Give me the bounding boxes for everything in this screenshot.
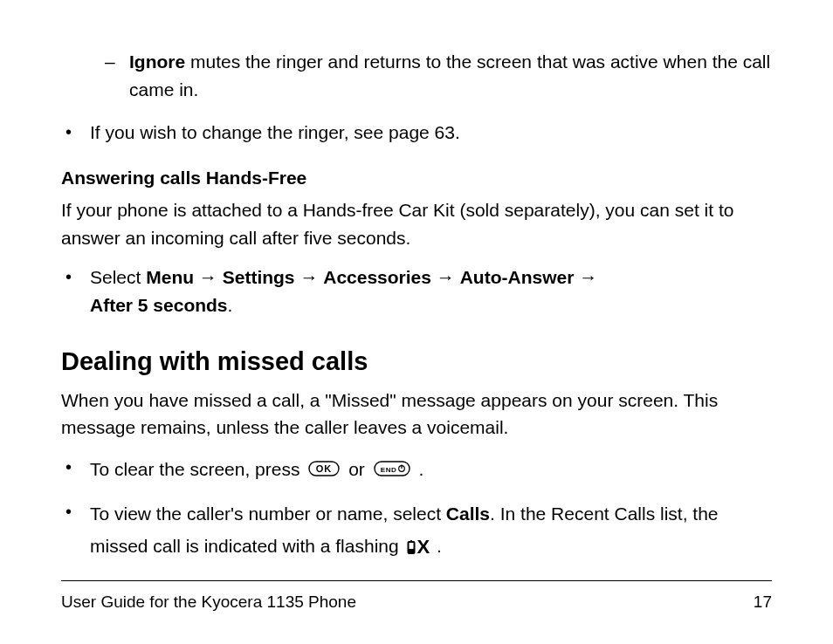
ignore-label: Ignore	[129, 51, 185, 72]
view-prefix: To view the caller's number or name, sel…	[90, 504, 446, 524]
clear-screen-text: To clear the screen, press OK or END .	[90, 454, 772, 487]
bullet-marker: •	[65, 119, 90, 147]
path-prefix: Select	[90, 267, 146, 287]
ok-key-icon: OK	[308, 455, 340, 487]
arrow: →	[431, 267, 460, 287]
clear-prefix: To clear the screen, press	[90, 459, 305, 479]
path-accessories: Accessories	[323, 267, 431, 287]
view-caller-text: To view the caller's number or name, sel…	[90, 498, 772, 564]
end-key-icon: END	[374, 455, 410, 487]
period: .	[418, 459, 423, 479]
missed-call-icon: X	[406, 531, 430, 565]
path-menu: Menu	[146, 267, 194, 287]
dash-marker: –	[105, 48, 129, 103]
svg-text:OK: OK	[316, 463, 333, 474]
handsfree-paragraph: If your phone is attached to a Hands-fre…	[61, 196, 772, 251]
ignore-rest: mutes the ringer and returns to the scre…	[129, 51, 770, 99]
period: .	[437, 536, 442, 556]
missed-calls-heading: Dealing with missed calls	[61, 343, 772, 381]
missed-calls-paragraph: When you have missed a call, a "Missed" …	[61, 387, 772, 442]
path-settings: Settings	[223, 267, 295, 287]
footer-divider	[61, 580, 772, 581]
ignore-text: Ignore mutes the ringer and returns to t…	[129, 48, 772, 103]
arrow: →	[295, 267, 324, 287]
svg-rect-8	[410, 540, 412, 542]
bullet-marker: •	[65, 498, 90, 564]
path-after5: After 5 seconds	[90, 295, 228, 315]
path-autoanswer: Auto-Answer	[460, 267, 575, 287]
arrow: →	[194, 267, 223, 287]
bullet-view-caller: • To view the caller's number or name, s…	[65, 498, 772, 564]
footer-title: User Guide for the Kyocera 1135 Phone	[61, 590, 356, 615]
calls-label: Calls	[446, 504, 490, 524]
sub-list-item-ignore: – Ignore mutes the ringer and returns to…	[105, 48, 772, 103]
page-content: – Ignore mutes the ringer and returns to…	[0, 0, 833, 644]
footer-page-number: 17	[754, 590, 772, 615]
bullet-clear-screen: • To clear the screen, press OK or END .	[65, 454, 772, 487]
svg-rect-7	[409, 543, 413, 549]
page-footer: User Guide for the Kyocera 1135 Phone 17	[61, 590, 772, 615]
bullet-marker: •	[65, 454, 90, 487]
handsfree-heading: Answering calls Hands-Free	[61, 164, 772, 192]
svg-text:END: END	[380, 465, 396, 473]
or-text: or	[348, 459, 370, 479]
bullet-change-ringer: • If you wish to change the ringer, see …	[65, 119, 772, 147]
menu-path-text: Select Menu → Settings → Accessories → A…	[90, 264, 772, 319]
change-ringer-text: If you wish to change the ringer, see pa…	[90, 119, 772, 147]
arrow: →	[574, 267, 597, 287]
bullet-marker: •	[65, 264, 90, 319]
bullet-menu-path: • Select Menu → Settings → Accessories →…	[65, 264, 772, 319]
